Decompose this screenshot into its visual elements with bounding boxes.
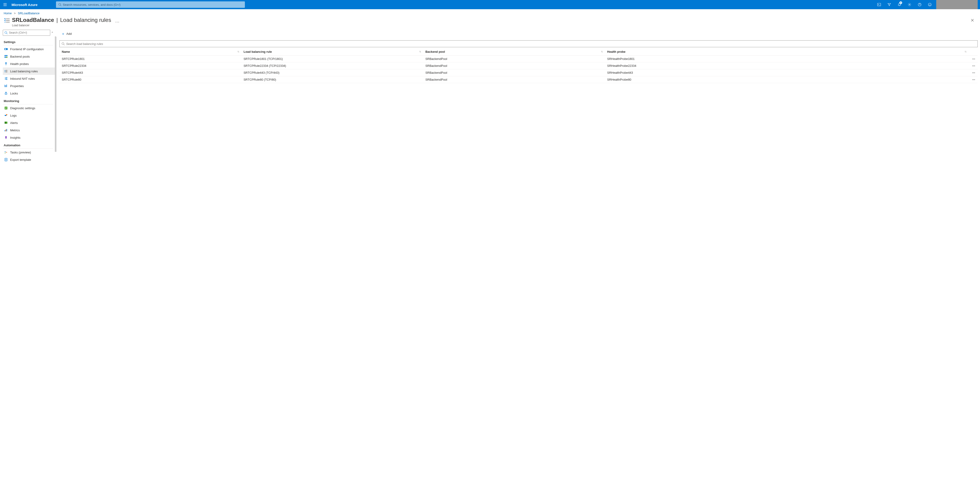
page-more-actions-icon[interactable]: ⋯ — [115, 19, 119, 24]
sidebar-item-label: Inbound NAT rules — [10, 77, 35, 80]
sidebar-item-locks[interactable]: Locks — [3, 90, 55, 97]
sidebar-item-health-probes[interactable]: Health probes — [3, 60, 55, 67]
sidebar-item-label: Export template — [10, 158, 31, 161]
logs-icon — [4, 113, 8, 117]
row-more-actions-icon[interactable]: ⋯ — [969, 56, 978, 62]
sidebar-item-export-template[interactable]: Export template — [3, 156, 55, 163]
sidebar-item-insights[interactable]: Insights — [3, 134, 55, 141]
row-more-actions-icon[interactable]: ⋯ — [969, 76, 978, 83]
rules-search-input[interactable] — [66, 42, 975, 46]
feedback-icon[interactable] — [925, 0, 934, 9]
svg-rect-36 — [5, 122, 6, 124]
page-title: SRLoadBalance | Load balancing rules — [12, 17, 111, 23]
nat-rules-icon — [4, 77, 8, 80]
svg-rect-32 — [5, 107, 7, 110]
search-icon — [58, 3, 62, 6]
cell-probe: SRHealthProbe22334 — [605, 62, 969, 69]
svg-point-33 — [5, 115, 6, 116]
topbar-utility-icons: 4 — [875, 0, 934, 9]
cell-rule: SRTCPRule80 (TCP/80) — [241, 76, 423, 83]
lb-rules-icon — [4, 69, 8, 73]
svg-point-5 — [928, 3, 931, 6]
sidebar-item-label: Health probes — [10, 62, 29, 66]
sidebar-item-label: Insights — [10, 136, 21, 139]
svg-rect-16 — [6, 55, 7, 56]
metrics-icon — [4, 128, 8, 132]
sidebar-item-alerts[interactable]: Alerts — [3, 119, 55, 126]
sidebar-item-label: Metrics — [10, 129, 20, 132]
main-content: ＋ Add Name↑↓ Load balancing rule↑↓ Backe… — [55, 29, 980, 484]
svg-line-46 — [64, 45, 65, 45]
svg-rect-37 — [5, 130, 5, 131]
backend-pools-icon — [4, 54, 8, 58]
row-more-actions-icon[interactable]: ⋯ — [969, 69, 978, 76]
col-probe[interactable]: Health probe↑↓ — [605, 48, 969, 56]
sort-icon: ↑↓ — [964, 50, 966, 53]
sidebar-item-properties[interactable]: Properties — [3, 82, 55, 90]
row-more-actions-icon[interactable]: ⋯ — [969, 62, 978, 69]
sidebar-search-input[interactable] — [9, 31, 49, 34]
search-icon — [5, 31, 8, 34]
collapse-sidebar-icon[interactable]: « — [52, 31, 53, 33]
svg-point-34 — [6, 114, 7, 115]
svg-rect-2 — [878, 3, 881, 6]
export-template-icon — [4, 158, 8, 161]
notifications-icon[interactable]: 4 — [895, 0, 904, 9]
hamburger-menu-icon[interactable] — [2, 2, 8, 7]
cell-name: SRTCPRule1801 — [59, 56, 241, 62]
sidebar-item-logs[interactable]: Logs — [3, 112, 55, 119]
load-balancer-icon — [4, 17, 10, 24]
locks-icon — [4, 91, 8, 95]
rules-search[interactable] — [59, 40, 978, 47]
table-row[interactable]: SRTCPRule443SRTCPRule443 (TCP/443)SRBack… — [59, 69, 978, 76]
sidebar-item-inbound-nat-rules[interactable]: Inbound NAT rules — [3, 75, 55, 82]
page-title-section: Load balancing rules — [60, 17, 111, 23]
cell-probe: SRHealthProbe1801 — [605, 56, 969, 62]
notification-badge: 4 — [899, 2, 902, 4]
svg-line-12 — [7, 33, 8, 34]
brand-label[interactable]: Microsoft Azure — [11, 3, 38, 7]
settings-icon[interactable] — [905, 0, 914, 9]
sidebar-group-title: Monitoring — [3, 97, 55, 103]
global-search-input[interactable] — [63, 3, 243, 6]
sidebar-search[interactable] — [3, 30, 50, 36]
breadcrumb-home[interactable]: Home — [4, 11, 12, 15]
svg-rect-38 — [6, 129, 6, 131]
command-bar: ＋ Add — [59, 30, 980, 38]
health-probes-icon — [4, 62, 8, 66]
add-button[interactable]: ＋ Add — [59, 31, 73, 37]
col-name[interactable]: Name↑↓ — [59, 48, 241, 56]
table-row[interactable]: SRTCPRule22334SRTCPRule22334 (TCP/22334)… — [59, 62, 978, 69]
help-icon[interactable] — [915, 0, 924, 9]
sidebar-item-load-balancing-rules[interactable]: Load balancing rules — [3, 67, 55, 75]
col-pool[interactable]: Backend pool↑↓ — [423, 48, 605, 56]
sidebar-item-label: Tasks (preview) — [10, 151, 31, 154]
close-blade-button[interactable] — [969, 17, 976, 24]
table-row[interactable]: SRTCPRule1801SRTCPRule1801 (TCP/1801)SRB… — [59, 56, 978, 62]
directory-filter-icon[interactable] — [885, 0, 894, 9]
svg-rect-18 — [6, 57, 7, 58]
sidebar-scrollbar[interactable] — [55, 37, 56, 152]
cloud-shell-icon[interactable] — [875, 0, 884, 9]
table-row[interactable]: SRTCPRule80SRTCPRule80 (TCP/80)SRBackend… — [59, 76, 978, 83]
sidebar-item-backend-pools[interactable]: Backend pools — [3, 53, 55, 60]
global-search[interactable] — [56, 2, 245, 8]
cell-rule: SRTCPRule1801 (TCP/1801) — [241, 56, 423, 62]
svg-rect-39 — [6, 129, 7, 131]
topbar: Microsoft Azure 4 — [0, 0, 980, 9]
sidebar-item-metrics[interactable]: Metrics — [3, 126, 55, 134]
frontend-ip-icon — [4, 47, 8, 51]
cell-pool: SRBackendPool — [423, 62, 605, 69]
svg-point-0 — [59, 3, 61, 6]
sidebar-item-tasks-preview-[interactable]: Tasks (preview) — [3, 148, 55, 156]
account-profile-block[interactable] — [936, 0, 978, 9]
breadcrumb: Home > SRLoadBalance — [0, 9, 980, 16]
svg-point-3 — [909, 4, 910, 5]
svg-rect-31 — [5, 93, 7, 94]
col-rule[interactable]: Load balancing rule↑↓ — [241, 48, 423, 56]
breadcrumb-resource[interactable]: SRLoadBalance — [18, 11, 40, 15]
page-subtitle: Load balancer — [12, 24, 111, 27]
svg-point-11 — [5, 32, 7, 33]
sidebar-item-diagnostic-settings[interactable]: Diagnostic settings — [3, 104, 55, 112]
sidebar-item-frontend-ip-configuration[interactable]: Frontend IP configuration — [3, 45, 55, 53]
